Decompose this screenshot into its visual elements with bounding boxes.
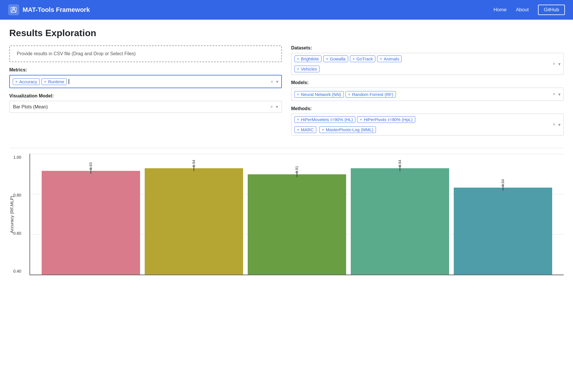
tag-hppl: × HiPerPivots τ=90% (HpL) (357, 116, 415, 123)
svg-point-0 (13, 8, 14, 10)
methods-dropdown-icon[interactable]: ▾ (558, 122, 561, 127)
datasets-row2: × Vehicles (294, 64, 561, 72)
tag-rf-remove[interactable]: × (348, 92, 350, 97)
methods-row2: × MARC × MasterPivots-Log (MML) (294, 125, 561, 133)
y-tick-080: 0.80 (13, 193, 21, 197)
models-dropdown-icon[interactable]: ▾ (558, 92, 561, 97)
tag-vehicles-remove[interactable]: × (297, 67, 299, 71)
text-cursor (69, 79, 69, 84)
tag-gotrack: × GoTrack (350, 56, 376, 62)
y-ticks: 1.00 0.80 0.60 0.40 (13, 154, 21, 275)
nav-links: Home About GitHub (493, 5, 565, 15)
tag-gotrack-remove[interactable]: × (352, 57, 355, 61)
methods-field: Methods: × HiPerMovelets τ=90% (HL) × Hi… (291, 106, 564, 136)
y-tick-060: 0.60 (13, 231, 21, 236)
bar-wrapper-1: 0.93 (42, 154, 140, 275)
tag-runtime-remove[interactable]: × (44, 79, 46, 84)
methods-input[interactable]: × HiPerMovelets τ=90% (HL) × HiPerPivots… (291, 114, 564, 136)
left-panel: Provide results in CSV file (Drag and Dr… (9, 45, 282, 141)
bar-4: 0.94 (351, 168, 449, 275)
tag-nn-remove[interactable]: × (297, 92, 299, 97)
nav-github[interactable]: GitHub (538, 5, 565, 15)
bar-error-5 (503, 184, 503, 191)
metrics-label: Metrics: (9, 67, 282, 73)
models-clear-icon[interactable]: × (553, 92, 555, 97)
tag-brightkite-remove[interactable]: × (297, 57, 299, 61)
chart-plot: 1.00 0.80 0.60 0.40 (30, 154, 564, 275)
metrics-dropdown-icon[interactable]: ▾ (276, 79, 278, 84)
main-content: Results Exploration Provide results in C… (0, 20, 573, 283)
datasets-input[interactable]: × Brightkite × Gowalla × GoTrack × Anima… (291, 53, 564, 75)
tag-mml-remove[interactable]: × (322, 127, 324, 132)
viz-label: Visualization Model: (9, 93, 282, 99)
bars-container: 0.93 0.94 0.91 (30, 154, 564, 275)
tag-brightkite: × Brightkite (294, 56, 322, 62)
drop-zone[interactable]: Provide results in CSV file (Drag and Dr… (9, 45, 282, 62)
bar-error-4 (400, 165, 400, 171)
viz-clear-icon[interactable]: × (270, 104, 273, 110)
bar-wrapper-3: 0.91 (248, 154, 346, 275)
models-label: Models: (291, 80, 564, 85)
bar-error-3 (297, 171, 297, 177)
bar-2: 0.94 (145, 168, 243, 275)
methods-actions: × ▾ (553, 122, 561, 127)
chart-area: Accuracy (RF,MLP) 1.00 0.80 0.60 0.40 (9, 154, 564, 275)
methods-clear-icon[interactable]: × (553, 122, 555, 127)
viz-value: Bar Plots (Mean) (13, 104, 48, 110)
navbar: MAT-Tools Framework Home About GitHub (0, 0, 573, 20)
metrics-input-actions: × ▾ (271, 79, 278, 84)
y-tick-040: 0.40 (13, 269, 21, 273)
models-actions: × ▾ (553, 92, 561, 97)
tag-animals-remove[interactable]: × (380, 57, 382, 61)
y-tick-100: 1.00 (13, 155, 21, 160)
bar-error-2 (194, 165, 194, 171)
tag-gowalla-remove[interactable]: × (326, 57, 328, 61)
datasets-label: Datasets: (291, 45, 564, 51)
metrics-clear-icon[interactable]: × (271, 79, 273, 84)
viz-select[interactable]: Bar Plots (Mean) × ▾ (9, 101, 282, 113)
methods-label: Methods: (291, 106, 564, 111)
datasets-field: Datasets: × Brightkite × Gowalla × GoTra… (291, 45, 564, 75)
bar-3: 0.91 (248, 174, 346, 275)
bar-wrapper-4: 0.94 (351, 154, 449, 275)
bar-wrapper-5: 0.84 (454, 154, 552, 275)
tag-marc: × MARC (294, 126, 316, 133)
tag-accuracy-remove[interactable]: × (15, 79, 18, 84)
tag-rf: × Random Forrest (RF) (346, 91, 396, 98)
datasets-dropdown-icon[interactable]: ▾ (558, 61, 561, 67)
bar-wrapper-2: 0.94 (145, 154, 243, 275)
datasets-actions: × ▾ (553, 61, 561, 67)
nav-home[interactable]: Home (493, 7, 506, 13)
tag-hpml-remove[interactable]: × (297, 117, 299, 122)
chart-section: Accuracy (RF,MLP) 1.00 0.80 0.60 0.40 (9, 148, 564, 275)
models-input[interactable]: × Neural Network (NN) × Random Forrest (… (291, 88, 564, 101)
nav-about[interactable]: About (516, 7, 529, 13)
bar-error-1 (91, 167, 91, 174)
metrics-input[interactable]: × Accuracy × Runtime × ▾ (9, 75, 282, 88)
viz-select-actions: × ▾ (270, 104, 278, 110)
page-title: Results Exploration (9, 28, 564, 38)
tag-mml: × MasterPivots-Log (MML) (319, 126, 376, 133)
tag-nn: × Neural Network (NN) (294, 91, 344, 98)
viz-dropdown-icon[interactable]: ▾ (276, 104, 278, 110)
top-section: Provide results in CSV file (Drag and Dr… (9, 45, 564, 141)
models-field: Models: × Neural Network (NN) × Random F… (291, 80, 564, 101)
tag-hppl-remove[interactable]: × (360, 117, 362, 122)
datasets-clear-icon[interactable]: × (553, 61, 555, 67)
tag-animals: × Animals (377, 56, 402, 62)
tag-vehicles: × Vehicles (294, 66, 319, 72)
tag-marc-remove[interactable]: × (297, 127, 299, 132)
right-panel: Datasets: × Brightkite × Gowalla × GoTra… (291, 45, 564, 141)
tag-hpml: × HiPerMovelets τ=90% (HL) (294, 116, 355, 123)
brand: MAT-Tools Framework (8, 4, 493, 15)
bar-1: 0.93 (42, 171, 140, 275)
tag-gowalla: × Gowalla (323, 56, 348, 62)
bar-5: 0.84 (454, 188, 552, 275)
brand-icon (8, 4, 19, 15)
brand-name: MAT-Tools Framework (23, 6, 90, 14)
tag-runtime: × Runtime (41, 78, 67, 85)
tag-accuracy: × Accuracy (13, 78, 40, 85)
